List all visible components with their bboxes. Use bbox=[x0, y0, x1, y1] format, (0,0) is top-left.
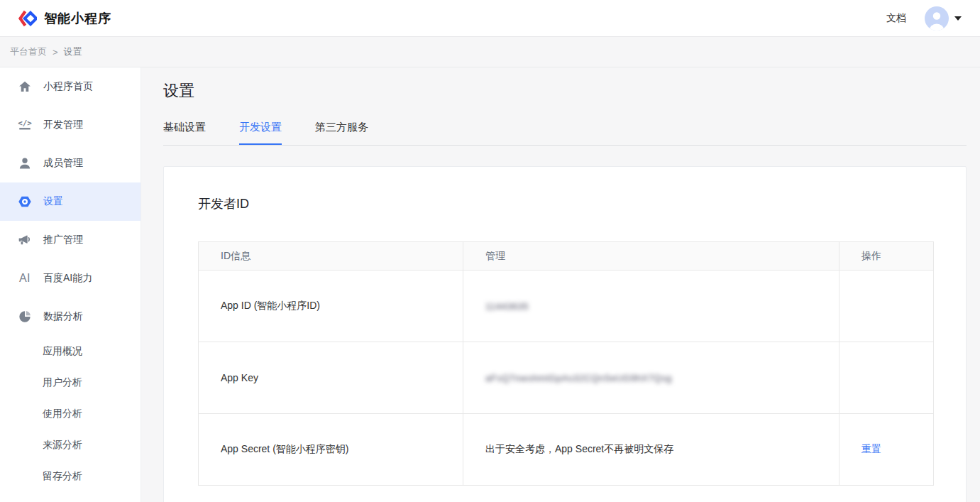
sidebar: 小程序首页 </> 开发管理 成员管理 bbox=[0, 67, 141, 502]
table-row-app-secret: App Secret (智能小程序密钥) 出于安全考虑，App Secret不再… bbox=[199, 414, 934, 486]
reset-secret-button[interactable]: 重置 bbox=[861, 443, 881, 454]
settings-icon bbox=[17, 194, 33, 209]
tab-basic-settings[interactable]: 基础设置 bbox=[163, 121, 206, 145]
table-row-app-id: App ID (智能小程序ID) 11443635 bbox=[199, 271, 934, 342]
settings-tabs: 基础设置 开发设置 第三方服务 bbox=[163, 121, 967, 146]
sidebar-subitem-usage-analysis[interactable]: 使用分析 bbox=[0, 398, 141, 430]
table-row-app-key: App Key aFsQ7nwshmtGpAs32CQnSeUG9hX7Qsg bbox=[199, 342, 934, 414]
table-header-row: ID信息 管理 操作 bbox=[199, 242, 934, 271]
sidebar-item-analytics[interactable]: 数据分析 bbox=[0, 298, 141, 336]
pie-chart-icon bbox=[17, 309, 33, 324]
sidebar-subitem-label: 来源分析 bbox=[43, 439, 82, 452]
sidebar-item-label: 开发管理 bbox=[43, 119, 83, 131]
sidebar-item-home[interactable]: 小程序首页 bbox=[0, 67, 141, 106]
ai-icon: AI bbox=[17, 271, 33, 286]
sidebar-subitem-retention-analysis[interactable]: 留存分析 bbox=[0, 461, 141, 492]
sidebar-item-settings[interactable]: 设置 bbox=[0, 182, 141, 221]
sidebar-subitem-label: 用户分析 bbox=[43, 376, 82, 389]
sidebar-item-label: 数据分析 bbox=[43, 310, 83, 323]
sidebar-subitem-app-overview[interactable]: 应用概况 bbox=[0, 336, 141, 367]
sidebar-item-dev-manage[interactable]: </> 开发管理 bbox=[0, 106, 141, 144]
tab-dev-settings[interactable]: 开发设置 bbox=[239, 121, 282, 145]
code-icon: </> bbox=[17, 117, 33, 133]
member-icon bbox=[17, 155, 33, 171]
app-id-action-cell bbox=[839, 271, 934, 342]
sidebar-subitem-label: 留存分析 bbox=[43, 470, 82, 483]
sidebar-item-members[interactable]: 成员管理 bbox=[0, 144, 141, 182]
breadcrumb-current: 设置 bbox=[64, 45, 82, 58]
column-header-id-info: ID信息 bbox=[199, 242, 463, 271]
top-header: 智能小程序 文档 bbox=[0, 0, 980, 37]
docs-link[interactable]: 文档 bbox=[886, 12, 906, 25]
breadcrumb: 平台首页 > 设置 bbox=[0, 37, 980, 67]
sidebar-subitem-label: 应用概况 bbox=[43, 345, 82, 358]
app-secret-note: 出于安全考虑，App Secret不再被明文保存 bbox=[463, 414, 839, 486]
sidebar-item-label: 小程序首页 bbox=[43, 80, 93, 93]
app-key-value: aFsQ7nwshmtGpAs32CQnSeUG9hX7Qsg bbox=[485, 373, 672, 383]
sidebar-item-label: 成员管理 bbox=[43, 157, 83, 170]
brand-name: 智能小程序 bbox=[44, 10, 111, 27]
developer-id-table: ID信息 管理 操作 App ID (智能小程序ID) 11443635 App… bbox=[198, 241, 934, 486]
column-header-manage: 管理 bbox=[463, 242, 839, 271]
user-menu[interactable] bbox=[925, 6, 962, 31]
chevron-down-icon bbox=[954, 16, 962, 21]
sidebar-item-baidu-ai[interactable]: AI 百度AI能力 bbox=[0, 259, 141, 298]
sidebar-item-label: 推广管理 bbox=[43, 234, 83, 246]
home-icon bbox=[17, 79, 33, 94]
section-title: 开发者ID bbox=[198, 195, 932, 212]
tab-third-party[interactable]: 第三方服务 bbox=[315, 121, 368, 145]
sidebar-subitem-source-analysis[interactable]: 来源分析 bbox=[0, 430, 141, 461]
avatar[interactable] bbox=[925, 6, 949, 31]
sidebar-subitem-label: 使用分析 bbox=[43, 408, 82, 420]
column-header-actions: 操作 bbox=[839, 242, 934, 271]
sidebar-item-label: 设置 bbox=[43, 195, 63, 208]
app-id-label: App ID (智能小程序ID) bbox=[199, 271, 463, 342]
app-key-label: App Key bbox=[199, 342, 463, 414]
sidebar-item-promotion[interactable]: 推广管理 bbox=[0, 221, 141, 259]
app-key-action-cell bbox=[839, 342, 934, 414]
megaphone-icon bbox=[17, 232, 33, 248]
brand: 智能小程序 bbox=[17, 9, 111, 28]
sidebar-subitem-user-analysis[interactable]: 用户分析 bbox=[0, 367, 141, 398]
brand-logo-icon bbox=[17, 9, 37, 28]
app-secret-label: App Secret (智能小程序密钥) bbox=[199, 414, 463, 486]
page-title: 设置 bbox=[163, 80, 967, 102]
developer-id-card: 开发者ID ID信息 管理 操作 App ID (智能小程序ID) 114436… bbox=[163, 166, 967, 502]
main-content: 设置 基础设置 开发设置 第三方服务 开发者ID ID信息 管理 操作 bbox=[141, 67, 980, 502]
app-id-value: 11443635 bbox=[485, 301, 529, 312]
svg-text:</>: </> bbox=[18, 119, 32, 128]
breadcrumb-home[interactable]: 平台首页 bbox=[10, 45, 47, 58]
sidebar-item-label: 百度AI能力 bbox=[43, 272, 92, 285]
breadcrumb-separator: > bbox=[53, 47, 58, 58]
